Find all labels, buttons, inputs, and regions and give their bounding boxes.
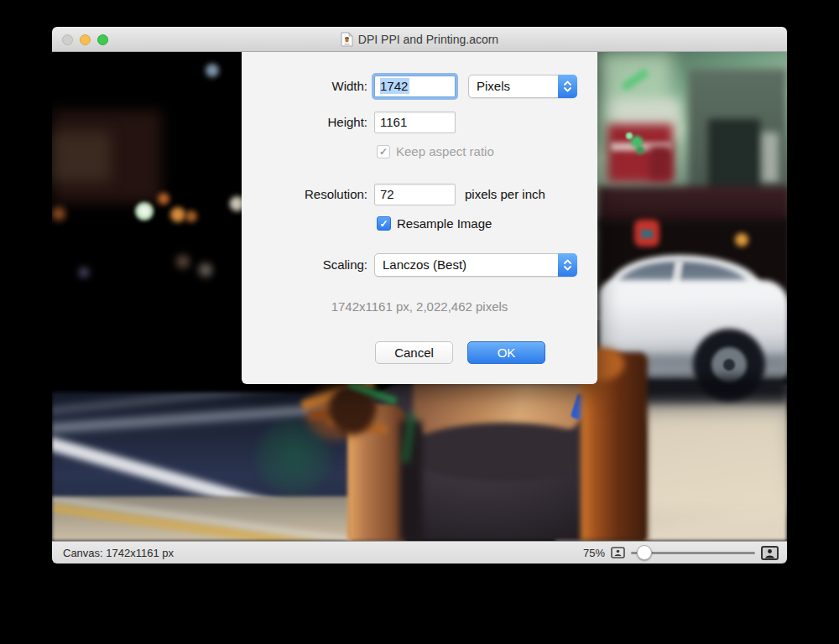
document-acorn-icon (341, 32, 353, 47)
width-value: 1742 (380, 78, 409, 94)
street-sun-patch (639, 413, 787, 513)
height-label: Height: (242, 112, 367, 133)
zoom-in-image-icon (761, 546, 779, 560)
scaling-value: Lanczos (Best) (383, 257, 466, 272)
resolution-value: 72 (380, 187, 394, 201)
resolution-input[interactable]: 72 (374, 184, 456, 205)
minimize-button[interactable] (80, 34, 91, 45)
cancel-button[interactable]: Cancel (375, 341, 453, 364)
height-value: 1161 (380, 115, 407, 129)
bokeh-light (79, 267, 89, 278)
zoom-button[interactable] (97, 34, 108, 45)
resample-checkbox[interactable]: ✓ (377, 216, 391, 231)
scaling-dropdown[interactable]: Lanczos (Best) (374, 253, 577, 277)
scaling-label: Scaling: (242, 254, 367, 276)
bokeh-light (52, 207, 65, 221)
height-input[interactable]: 1161 (374, 112, 456, 133)
resolution-unit-label: pixels per inch (465, 187, 545, 202)
bokeh-light (158, 193, 169, 205)
keep-aspect-checkbox[interactable]: ✓ (377, 145, 390, 158)
zoom-slider[interactable] (631, 544, 755, 561)
bokeh-light (135, 202, 154, 221)
keep-aspect-label: Keep aspect ratio (396, 144, 494, 159)
chevron-up-down-icon (558, 75, 577, 98)
car-hub-center (723, 359, 735, 371)
bokeh-light (206, 64, 219, 77)
resample-label: Resample Image (397, 216, 492, 231)
zoom-percent-text: 75% (583, 547, 605, 559)
status-bar: Canvas: 1742x1161 px 75% (52, 541, 787, 564)
resolution-label: Resolution: (242, 184, 367, 205)
window-title: DPI PPI and Printing.acorn (358, 33, 498, 46)
app-window: DPI PPI and Printing.acorn Width: 1742 P… (52, 27, 787, 564)
photo-shape (52, 132, 111, 182)
close-button[interactable] (62, 34, 73, 45)
bokeh-light (199, 263, 212, 277)
units-dropdown[interactable]: Pixels (468, 75, 577, 98)
chevron-up-down-icon (558, 253, 577, 277)
width-input[interactable]: 1742 (374, 75, 456, 97)
bokeh-light (176, 255, 190, 268)
width-label: Width: (242, 75, 367, 97)
zoom-slider-knob[interactable] (637, 545, 652, 560)
check-icon: ✓ (379, 218, 388, 230)
zoom-out-image-icon (611, 547, 625, 558)
pixel-info-text: 1742x1161 px, 2,022,462 pixels (242, 299, 597, 314)
resize-dialog: Width: 1742 Pixels Height: 1161 ✓ Keep a… (242, 52, 597, 384)
traffic-lights (62, 27, 108, 52)
units-value: Pixels (477, 79, 510, 93)
canvas-size-text: Canvas: 1742x1161 px (63, 547, 174, 559)
bokeh-light (170, 207, 185, 222)
check-icon: ✓ (379, 146, 388, 158)
title-bar: DPI PPI and Printing.acorn (52, 27, 787, 52)
ok-button[interactable]: OK (467, 341, 545, 364)
woman-neckline (404, 423, 606, 481)
bokeh-light (185, 210, 197, 222)
